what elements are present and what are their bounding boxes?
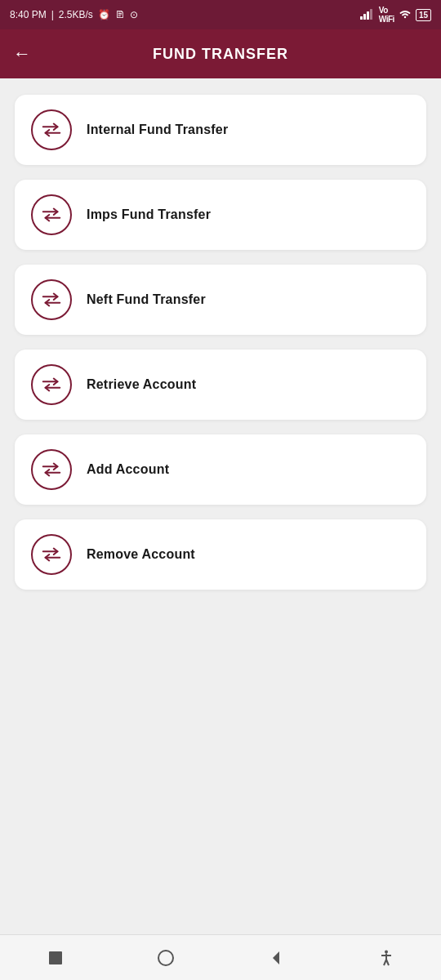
signal-icon — [360, 8, 375, 22]
svg-line-23 — [386, 960, 389, 965]
bottom-nav — [0, 934, 441, 980]
menu-item-neft[interactable]: Neft Fund Transfer — [15, 265, 426, 335]
transfer-icon — [41, 291, 62, 309]
transfer-icon — [41, 206, 62, 224]
internal-icon-circle — [31, 109, 72, 150]
transfer-icon — [41, 546, 62, 564]
nav-home-button[interactable] — [148, 940, 184, 976]
svg-rect-16 — [49, 951, 62, 964]
svg-rect-3 — [370, 9, 372, 20]
neft-icon-circle — [31, 279, 72, 320]
imps-icon-circle — [31, 194, 72, 235]
transfer-icon — [41, 121, 62, 139]
wifi-icon — [399, 8, 412, 22]
svg-point-19 — [385, 950, 388, 953]
page-title: FUND TRANSFER — [153, 46, 288, 63]
status-right: VoWiFi 15 — [360, 6, 431, 24]
transfer-icon — [41, 461, 62, 479]
svg-marker-18 — [273, 951, 279, 964]
sim-icon: 🖹 — [115, 9, 125, 20]
back-button[interactable]: ← — [7, 38, 38, 69]
add-icon-circle — [31, 449, 72, 490]
transfer-icon — [41, 376, 62, 394]
separator: | — [51, 9, 54, 20]
nav-stop-button[interactable] — [38, 940, 74, 976]
svg-point-17 — [158, 951, 173, 965]
main-content: Internal Fund Transfer Imps Fund Transfe… — [0, 78, 441, 934]
svg-rect-2 — [367, 11, 369, 20]
menu-list: Internal Fund Transfer Imps Fund Transfe… — [15, 95, 426, 590]
time-label: 8:40 PM — [10, 9, 47, 20]
nav-accessibility-button[interactable] — [368, 940, 404, 976]
menu-item-internal[interactable]: Internal Fund Transfer — [15, 95, 426, 165]
battery-indicator: 15 — [416, 9, 431, 21]
menu-item-retrieve[interactable]: Retrieve Account — [15, 350, 426, 420]
neft-label: Neft Fund Transfer — [87, 292, 206, 307]
status-left: 8:40 PM | 2.5KB/s ⏰ 🖹 ⊙ — [10, 9, 138, 20]
status-bar: 8:40 PM | 2.5KB/s ⏰ 🖹 ⊙ VoWiFi 15 — [0, 0, 441, 29]
svg-rect-1 — [363, 14, 366, 20]
remove-label: Remove Account — [87, 547, 195, 562]
page-header: ← FUND TRANSFER — [0, 29, 441, 78]
menu-item-remove[interactable]: Remove Account — [15, 519, 426, 590]
nav-back-button[interactable] — [258, 940, 294, 976]
retrieve-icon-circle — [31, 364, 72, 405]
remove-icon-circle — [31, 534, 72, 575]
menu-item-imps[interactable]: Imps Fund Transfer — [15, 180, 426, 250]
volte-icon: VoWiFi — [379, 6, 394, 24]
internal-label: Internal Fund Transfer — [87, 122, 228, 137]
menu-item-add[interactable]: Add Account — [15, 434, 426, 505]
imps-label: Imps Fund Transfer — [87, 207, 211, 222]
retrieve-label: Retrieve Account — [87, 377, 196, 392]
alarm-icon: ⏰ — [98, 9, 110, 20]
msg-icon: ⊙ — [130, 9, 138, 20]
svg-rect-0 — [360, 16, 363, 20]
battery-level: 15 — [419, 11, 428, 20]
add-label: Add Account — [87, 462, 169, 477]
network-speed: 2.5KB/s — [59, 9, 93, 20]
